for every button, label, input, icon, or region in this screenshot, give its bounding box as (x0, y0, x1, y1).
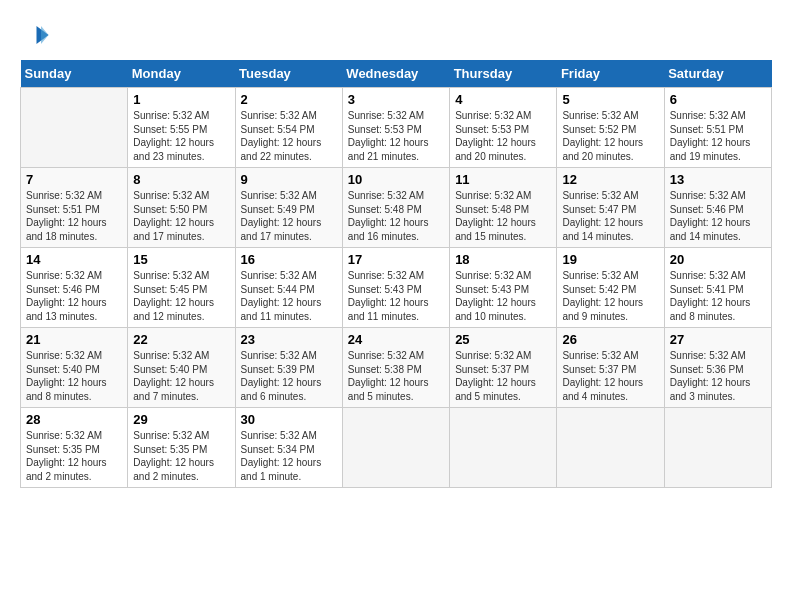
calendar-week-row: 21Sunrise: 5:32 AMSunset: 5:40 PMDayligh… (21, 328, 772, 408)
day-number: 3 (348, 92, 444, 107)
day-number: 2 (241, 92, 337, 107)
day-number: 27 (670, 332, 766, 347)
calendar-cell (21, 88, 128, 168)
page-header (20, 20, 772, 50)
day-number: 30 (241, 412, 337, 427)
weekday-header: Friday (557, 60, 664, 88)
day-info: Sunrise: 5:32 AMSunset: 5:40 PMDaylight:… (26, 349, 122, 403)
day-number: 24 (348, 332, 444, 347)
calendar-cell: 21Sunrise: 5:32 AMSunset: 5:40 PMDayligh… (21, 328, 128, 408)
calendar-cell (450, 408, 557, 488)
day-info: Sunrise: 5:32 AMSunset: 5:37 PMDaylight:… (562, 349, 658, 403)
day-number: 25 (455, 332, 551, 347)
calendar-cell: 23Sunrise: 5:32 AMSunset: 5:39 PMDayligh… (235, 328, 342, 408)
calendar-cell: 2Sunrise: 5:32 AMSunset: 5:54 PMDaylight… (235, 88, 342, 168)
calendar-cell: 3Sunrise: 5:32 AMSunset: 5:53 PMDaylight… (342, 88, 449, 168)
weekday-row: SundayMondayTuesdayWednesdayThursdayFrid… (21, 60, 772, 88)
calendar-cell: 8Sunrise: 5:32 AMSunset: 5:50 PMDaylight… (128, 168, 235, 248)
day-number: 10 (348, 172, 444, 187)
day-info: Sunrise: 5:32 AMSunset: 5:36 PMDaylight:… (670, 349, 766, 403)
calendar-cell: 27Sunrise: 5:32 AMSunset: 5:36 PMDayligh… (664, 328, 771, 408)
calendar-week-row: 14Sunrise: 5:32 AMSunset: 5:46 PMDayligh… (21, 248, 772, 328)
calendar-cell (557, 408, 664, 488)
day-info: Sunrise: 5:32 AMSunset: 5:35 PMDaylight:… (133, 429, 229, 483)
calendar-cell: 18Sunrise: 5:32 AMSunset: 5:43 PMDayligh… (450, 248, 557, 328)
calendar-cell: 9Sunrise: 5:32 AMSunset: 5:49 PMDaylight… (235, 168, 342, 248)
day-info: Sunrise: 5:32 AMSunset: 5:48 PMDaylight:… (455, 189, 551, 243)
day-info: Sunrise: 5:32 AMSunset: 5:39 PMDaylight:… (241, 349, 337, 403)
calendar-table: SundayMondayTuesdayWednesdayThursdayFrid… (20, 60, 772, 488)
calendar-cell: 11Sunrise: 5:32 AMSunset: 5:48 PMDayligh… (450, 168, 557, 248)
calendar-cell: 15Sunrise: 5:32 AMSunset: 5:45 PMDayligh… (128, 248, 235, 328)
day-info: Sunrise: 5:32 AMSunset: 5:34 PMDaylight:… (241, 429, 337, 483)
day-number: 5 (562, 92, 658, 107)
calendar-cell: 29Sunrise: 5:32 AMSunset: 5:35 PMDayligh… (128, 408, 235, 488)
weekday-header: Monday (128, 60, 235, 88)
weekday-header: Tuesday (235, 60, 342, 88)
day-number: 1 (133, 92, 229, 107)
day-info: Sunrise: 5:32 AMSunset: 5:46 PMDaylight:… (670, 189, 766, 243)
calendar-cell: 4Sunrise: 5:32 AMSunset: 5:53 PMDaylight… (450, 88, 557, 168)
day-number: 19 (562, 252, 658, 267)
day-number: 12 (562, 172, 658, 187)
calendar-cell: 24Sunrise: 5:32 AMSunset: 5:38 PMDayligh… (342, 328, 449, 408)
day-number: 16 (241, 252, 337, 267)
day-info: Sunrise: 5:32 AMSunset: 5:48 PMDaylight:… (348, 189, 444, 243)
day-number: 7 (26, 172, 122, 187)
logo (20, 20, 54, 50)
calendar-body: 1Sunrise: 5:32 AMSunset: 5:55 PMDaylight… (21, 88, 772, 488)
calendar-cell: 12Sunrise: 5:32 AMSunset: 5:47 PMDayligh… (557, 168, 664, 248)
day-info: Sunrise: 5:32 AMSunset: 5:53 PMDaylight:… (348, 109, 444, 163)
day-number: 15 (133, 252, 229, 267)
day-info: Sunrise: 5:32 AMSunset: 5:43 PMDaylight:… (455, 269, 551, 323)
day-number: 18 (455, 252, 551, 267)
calendar-cell (342, 408, 449, 488)
calendar-cell: 10Sunrise: 5:32 AMSunset: 5:48 PMDayligh… (342, 168, 449, 248)
calendar-cell: 30Sunrise: 5:32 AMSunset: 5:34 PMDayligh… (235, 408, 342, 488)
day-number: 14 (26, 252, 122, 267)
calendar-cell: 17Sunrise: 5:32 AMSunset: 5:43 PMDayligh… (342, 248, 449, 328)
calendar-cell: 5Sunrise: 5:32 AMSunset: 5:52 PMDaylight… (557, 88, 664, 168)
day-number: 11 (455, 172, 551, 187)
calendar-cell: 22Sunrise: 5:32 AMSunset: 5:40 PMDayligh… (128, 328, 235, 408)
day-info: Sunrise: 5:32 AMSunset: 5:51 PMDaylight:… (670, 109, 766, 163)
weekday-header: Saturday (664, 60, 771, 88)
day-number: 17 (348, 252, 444, 267)
day-info: Sunrise: 5:32 AMSunset: 5:37 PMDaylight:… (455, 349, 551, 403)
day-number: 20 (670, 252, 766, 267)
calendar-cell: 1Sunrise: 5:32 AMSunset: 5:55 PMDaylight… (128, 88, 235, 168)
day-info: Sunrise: 5:32 AMSunset: 5:51 PMDaylight:… (26, 189, 122, 243)
weekday-header: Wednesday (342, 60, 449, 88)
calendar-week-row: 28Sunrise: 5:32 AMSunset: 5:35 PMDayligh… (21, 408, 772, 488)
day-number: 13 (670, 172, 766, 187)
day-info: Sunrise: 5:32 AMSunset: 5:38 PMDaylight:… (348, 349, 444, 403)
day-number: 29 (133, 412, 229, 427)
calendar-cell: 20Sunrise: 5:32 AMSunset: 5:41 PMDayligh… (664, 248, 771, 328)
day-info: Sunrise: 5:32 AMSunset: 5:49 PMDaylight:… (241, 189, 337, 243)
day-info: Sunrise: 5:32 AMSunset: 5:45 PMDaylight:… (133, 269, 229, 323)
day-info: Sunrise: 5:32 AMSunset: 5:55 PMDaylight:… (133, 109, 229, 163)
day-info: Sunrise: 5:32 AMSunset: 5:53 PMDaylight:… (455, 109, 551, 163)
calendar-cell: 6Sunrise: 5:32 AMSunset: 5:51 PMDaylight… (664, 88, 771, 168)
day-number: 22 (133, 332, 229, 347)
day-info: Sunrise: 5:32 AMSunset: 5:50 PMDaylight:… (133, 189, 229, 243)
logo-icon (20, 20, 50, 50)
calendar-cell: 19Sunrise: 5:32 AMSunset: 5:42 PMDayligh… (557, 248, 664, 328)
day-number: 28 (26, 412, 122, 427)
day-number: 8 (133, 172, 229, 187)
calendar-cell: 25Sunrise: 5:32 AMSunset: 5:37 PMDayligh… (450, 328, 557, 408)
day-info: Sunrise: 5:32 AMSunset: 5:35 PMDaylight:… (26, 429, 122, 483)
calendar-cell: 13Sunrise: 5:32 AMSunset: 5:46 PMDayligh… (664, 168, 771, 248)
calendar-cell: 28Sunrise: 5:32 AMSunset: 5:35 PMDayligh… (21, 408, 128, 488)
day-number: 21 (26, 332, 122, 347)
calendar-week-row: 1Sunrise: 5:32 AMSunset: 5:55 PMDaylight… (21, 88, 772, 168)
day-info: Sunrise: 5:32 AMSunset: 5:42 PMDaylight:… (562, 269, 658, 323)
day-info: Sunrise: 5:32 AMSunset: 5:52 PMDaylight:… (562, 109, 658, 163)
day-info: Sunrise: 5:32 AMSunset: 5:40 PMDaylight:… (133, 349, 229, 403)
calendar-header: SundayMondayTuesdayWednesdayThursdayFrid… (21, 60, 772, 88)
day-info: Sunrise: 5:32 AMSunset: 5:54 PMDaylight:… (241, 109, 337, 163)
day-info: Sunrise: 5:32 AMSunset: 5:47 PMDaylight:… (562, 189, 658, 243)
day-number: 26 (562, 332, 658, 347)
day-info: Sunrise: 5:32 AMSunset: 5:41 PMDaylight:… (670, 269, 766, 323)
calendar-week-row: 7Sunrise: 5:32 AMSunset: 5:51 PMDaylight… (21, 168, 772, 248)
